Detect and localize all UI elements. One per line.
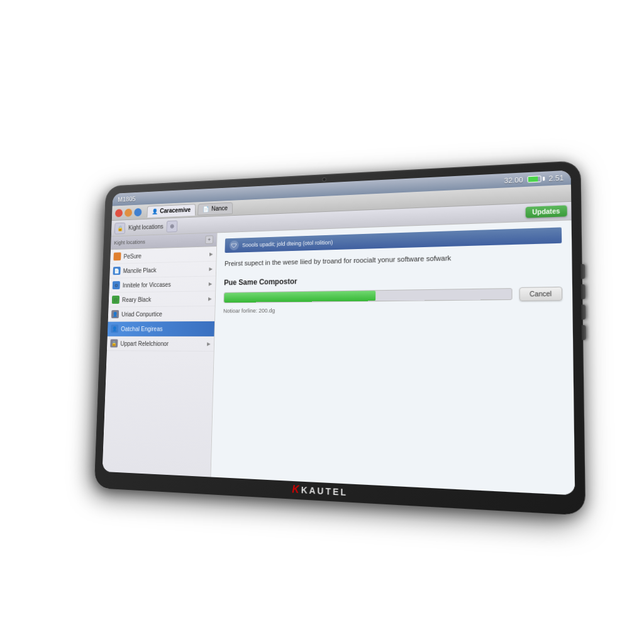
toolbar-locations-label: Kight locations bbox=[128, 223, 164, 231]
tab-nance[interactable]: 📄 Nance bbox=[197, 202, 233, 215]
mancile-chevron: ▶ bbox=[209, 266, 213, 272]
progress-bar-container bbox=[223, 288, 512, 303]
sidebar-item-uriad[interactable]: 👤 Uriad Conpurtice bbox=[108, 306, 215, 322]
toolbar-lock-icon[interactable]: 🔒 bbox=[114, 222, 125, 234]
uppart-icon: 🔒 bbox=[110, 339, 118, 347]
notification-bar: 🛡 Soools upadit; jold dteing (otol rolit… bbox=[225, 227, 562, 253]
sidebar-item-left-innitele: ⊙ Innitele for Viccases bbox=[113, 280, 171, 289]
traffic-light-orange[interactable] bbox=[125, 208, 132, 216]
sidebar-item-reary[interactable]: □ Reary Black ▶ bbox=[109, 291, 216, 308]
sidebar-item-mancile[interactable]: 📄 Mancile Plack ▶ bbox=[109, 262, 216, 279]
mancile-label: Mancile Plack bbox=[123, 267, 157, 274]
content-panel: 🛡 Soools upadit; jold dteing (otol rolit… bbox=[211, 220, 575, 495]
sidebar: Kight locations + PeSure ▶ bbox=[103, 233, 218, 477]
uriad-label: Uriad Conpurtice bbox=[121, 311, 162, 318]
sidebar-item-left-oatchal: 👤 Oatchal Engireas bbox=[111, 325, 163, 333]
side-button-1[interactable] bbox=[580, 264, 585, 279]
camera-dot bbox=[322, 177, 326, 182]
brand-label: KKAUTEL bbox=[292, 484, 348, 498]
uppart-label: Uppart Relelchionor bbox=[120, 340, 169, 347]
main-content: Kight locations + PeSure ▶ bbox=[103, 220, 575, 495]
tab-caracemive[interactable]: 👤 Caracemive bbox=[147, 204, 196, 218]
side-button-2[interactable] bbox=[581, 284, 586, 299]
tab-nance-label: Nance bbox=[211, 205, 228, 212]
battery-tip bbox=[542, 177, 544, 180]
progress-note: Notioar forline: 200.dg bbox=[223, 304, 563, 314]
sidebar-item-left-pesure: PeSure bbox=[113, 252, 142, 260]
tab-icons bbox=[115, 208, 142, 217]
sidebar-item-left-mancile: 📄 Mancile Plack bbox=[113, 266, 156, 275]
oatchal-icon: 👤 bbox=[111, 325, 118, 333]
innitele-label: Innitele for Viccases bbox=[123, 281, 171, 289]
side-button-3[interactable] bbox=[581, 304, 586, 319]
cancel-button[interactable]: Cancel bbox=[519, 286, 562, 301]
pesure-chevron: ▶ bbox=[209, 251, 213, 257]
notification-text: Soools upadit; jold dteing (otol rolitio… bbox=[242, 239, 333, 248]
innitele-chevron: ▶ bbox=[209, 281, 213, 287]
mancile-icon: 📄 bbox=[113, 267, 120, 275]
screen-bezel: M1805 32.00 2.51 bbox=[103, 170, 575, 496]
side-button-4[interactable] bbox=[582, 325, 586, 340]
sidebar-item-oatchal[interactable]: 👤 Oatchal Engireas bbox=[108, 321, 214, 336]
traffic-light-red[interactable] bbox=[115, 209, 123, 217]
uriad-icon: 👤 bbox=[111, 310, 119, 318]
sidebar-item-uppart[interactable]: 🔒 Uppart Relelchionor ▶ bbox=[107, 336, 214, 352]
pesure-icon bbox=[113, 252, 121, 260]
innitele-icon: ⊙ bbox=[113, 281, 120, 289]
toolbar-add-icon[interactable]: ⊕ bbox=[167, 220, 178, 232]
battery-icon bbox=[527, 175, 545, 183]
brand-prefix: K bbox=[292, 484, 301, 495]
version-text: 2.51 bbox=[548, 174, 564, 182]
sidebar-item-innitele[interactable]: ⊙ Innitele for Viccases ▶ bbox=[109, 276, 216, 292]
status-right: 32.00 2.51 bbox=[504, 174, 564, 184]
description-text: Preirst supect in the wese liied by troa… bbox=[225, 250, 562, 269]
tab-caracemive-label: Caracemive bbox=[160, 206, 191, 214]
traffic-light-blue[interactable] bbox=[134, 208, 142, 216]
side-buttons bbox=[580, 264, 586, 340]
progress-section: Pue Same Compostor Cancel Notioar forlin… bbox=[223, 272, 563, 314]
progress-bar-fill bbox=[224, 291, 375, 303]
notification-icon: 🛡 bbox=[230, 240, 239, 250]
progress-row: Cancel bbox=[223, 286, 562, 304]
screen: M1805 32.00 2.51 bbox=[103, 170, 575, 496]
sidebar-item-left-uriad: 👤 Uriad Conpurtice bbox=[111, 309, 162, 318]
status-title: M1805 bbox=[118, 196, 136, 203]
battery-level-text: 32.00 bbox=[504, 176, 523, 185]
updates-button[interactable]: Updates bbox=[525, 205, 567, 218]
tablet-device: KKAUTEL M1805 32.00 2.51 bbox=[94, 160, 586, 516]
scene: KKAUTEL M1805 32.00 2.51 bbox=[64, 158, 580, 511]
battery-body bbox=[527, 175, 541, 182]
sidebar-item-left-reary: □ Reary Black bbox=[112, 295, 152, 304]
reary-icon: □ bbox=[112, 296, 119, 304]
sidebar-header-label: Kight locations bbox=[114, 239, 145, 246]
reary-label: Reary Black bbox=[122, 296, 151, 303]
progress-label: Pue Same Compostor bbox=[224, 272, 562, 287]
pesure-label: PeSure bbox=[123, 253, 142, 260]
sidebar-expand-btn[interactable]: + bbox=[205, 235, 213, 244]
reary-chevron: ▶ bbox=[208, 296, 212, 301]
sidebar-item-left-uppart: 🔒 Uppart Relelchionor bbox=[110, 339, 169, 347]
battery-fill bbox=[528, 176, 538, 182]
oatchal-label: Oatchal Engireas bbox=[121, 325, 162, 331]
uppart-chevron: ▶ bbox=[207, 341, 211, 347]
